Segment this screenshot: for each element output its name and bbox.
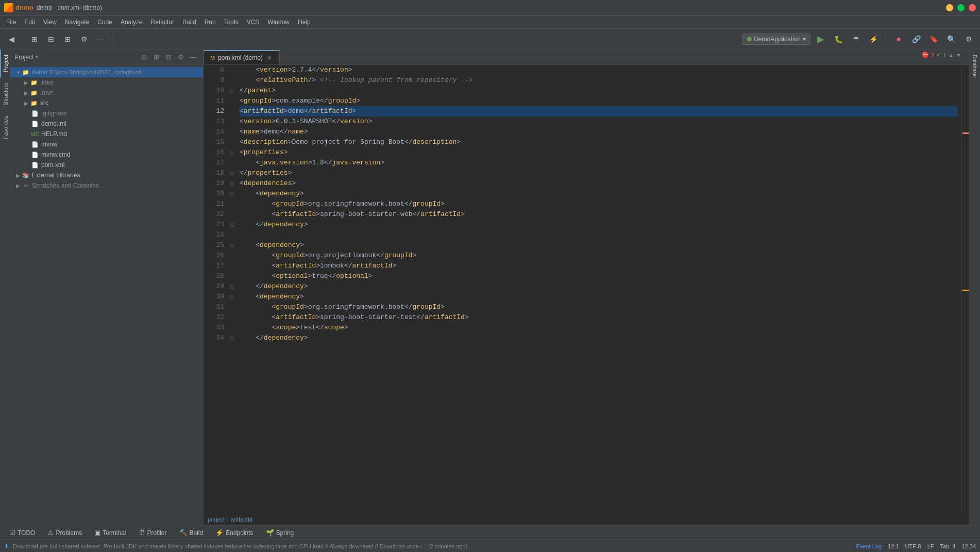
status-position[interactable]: 12:1 <box>888 543 899 549</box>
code-line-27[interactable]: <artifactId>lombok</artifactId> <box>240 261 957 271</box>
coverage-button[interactable]: ☂ <box>849 32 863 46</box>
fold-24[interactable] <box>228 230 235 240</box>
fold-28[interactable] <box>228 271 235 281</box>
menu-build[interactable]: Build <box>178 17 200 27</box>
code-line-25[interactable]: <dependency> <box>240 240 957 250</box>
run-config-selector[interactable]: ⬢ DemoApplication ▾ <box>742 34 810 45</box>
code-line-14[interactable]: <name>demo</name> <box>240 127 957 137</box>
fold-29[interactable]: ⊟ <box>228 281 235 292</box>
code-line-32[interactable]: <artifactId>spring-boot-starter-test</ar… <box>240 312 957 323</box>
breadcrumb-project[interactable]: project <box>208 516 225 523</box>
fold-23[interactable]: ⊟ <box>228 220 235 230</box>
tab-profiler[interactable]: ⏱ Profiler <box>133 528 172 538</box>
tree-item-mvn[interactable]: ▶ 📁 .mvn <box>10 88 203 98</box>
tree-item-src[interactable]: ▶ 📁 src <box>10 98 203 108</box>
fold-30[interactable]: ⊟ <box>228 292 235 302</box>
code-line-20[interactable]: <dependency> <box>240 189 957 199</box>
favorites-tab[interactable]: Favorites <box>0 111 10 144</box>
database-tab[interactable]: Database <box>971 52 978 80</box>
scroll-up-button[interactable]: ▲ <box>948 52 954 58</box>
code-line-31[interactable]: <groupId>org.springframework.boot</group… <box>240 302 957 312</box>
code-line-19[interactable]: <dependencies> <box>240 178 957 189</box>
collapse-all-button[interactable]: ⊟ <box>44 32 58 46</box>
structure-tab[interactable]: Structure <box>0 77 10 111</box>
code-line-28[interactable]: <optional>true</optional> <box>240 271 957 281</box>
project-view-button[interactable]: ⊞ <box>27 32 42 46</box>
fold-8[interactable] <box>228 65 235 75</box>
tree-item-demoliml[interactable]: 📄 demo.iml <box>10 119 203 129</box>
code-line-24[interactable] <box>240 230 957 240</box>
menu-code[interactable]: Code <box>93 17 116 27</box>
fold-33[interactable] <box>228 323 235 333</box>
fold-12[interactable] <box>228 106 235 116</box>
tree-item-gitignore[interactable]: 📄 .gitignore <box>10 108 203 119</box>
fold-21[interactable] <box>228 199 235 209</box>
code-line-8[interactable]: <version>2.7.4</version> <box>240 65 957 75</box>
code-line-10[interactable]: </parent> <box>240 86 957 96</box>
menu-analyze[interactable]: Analyze <box>116 17 147 27</box>
fold-9[interactable] <box>228 75 235 86</box>
stop-button[interactable]: ■ <box>891 32 906 46</box>
debug-button[interactable]: 🐛 <box>831 32 846 46</box>
breadcrumb-artifactid[interactable]: artifactId <box>231 516 252 523</box>
tab-endpoints[interactable]: ⚡ Endpoints <box>210 528 258 538</box>
tab-problems[interactable]: ⚠ Problems <box>42 528 87 538</box>
code-content[interactable]: <version>2.7.4</version> <relativePath/>… <box>235 65 961 514</box>
fold-16[interactable]: ⊟ <box>228 147 235 158</box>
menu-navigate[interactable]: Navigate <box>61 17 93 27</box>
code-line-13[interactable]: <version>0.0.1-SNAPSHOT</version> <box>240 116 957 127</box>
code-line-16[interactable]: <properties> <box>240 147 957 158</box>
tree-item-mvnw[interactable]: 📄 mvnw <box>10 139 203 149</box>
tree-item-helpmd[interactable]: MD HELP.md <box>10 129 203 139</box>
fold-17[interactable] <box>228 158 235 168</box>
fold-31[interactable] <box>228 302 235 312</box>
code-line-9[interactable]: <relativePath/> <!-- lookup parent from … <box>240 75 957 86</box>
close-project-panel-button[interactable]: — <box>188 52 199 63</box>
menu-help[interactable]: Help <box>294 17 315 27</box>
tab-close-pomxml[interactable]: ✕ <box>266 54 273 61</box>
search-everywhere-button[interactable]: 🔍 <box>944 32 958 46</box>
code-line-22[interactable]: <artifactId>spring-boot-starter-web</art… <box>240 209 957 220</box>
status-encoding[interactable]: UTF-8 <box>905 543 921 549</box>
tab-build[interactable]: 🔨 Build <box>174 528 209 538</box>
code-line-15[interactable]: <description>Demo project for Spring Boo… <box>240 137 957 147</box>
close-panel-button[interactable]: — <box>93 32 108 46</box>
fold-13[interactable] <box>228 116 235 127</box>
event-log-button[interactable]: Event Log <box>856 543 882 549</box>
run-button[interactable]: ▶ <box>814 32 828 46</box>
fold-25[interactable]: ⊟ <box>228 240 235 250</box>
expand-all-button[interactable]: ⊞ <box>60 32 75 46</box>
tree-item-mvnwcmd[interactable]: 📄 mvnw.cmd <box>10 149 203 160</box>
code-line-26[interactable]: <groupId>org.projectlombok</groupId> <box>240 250 957 261</box>
maximize-button[interactable] <box>957 4 965 11</box>
status-indent[interactable]: Tab: 4 <box>940 543 956 549</box>
menu-refactor[interactable]: Refactor <box>147 17 178 27</box>
tree-item-pomxml[interactable]: 📄 pom.xml <box>10 160 203 170</box>
code-line-11[interactable]: <groupId>com.example</groupId> <box>240 96 957 106</box>
status-lf[interactable]: LF <box>927 543 934 549</box>
menu-edit[interactable]: Edit <box>20 17 39 27</box>
fold-22[interactable] <box>228 209 235 220</box>
fold-11[interactable] <box>228 96 235 106</box>
fold-26[interactable] <box>228 250 235 261</box>
expand-tree-button[interactable]: ⊞ <box>150 52 162 63</box>
locate-file-button[interactable]: ◎ <box>138 52 149 63</box>
fold-15[interactable] <box>228 137 235 147</box>
fold-19[interactable]: ⊟ <box>228 178 235 189</box>
fold-32[interactable] <box>228 312 235 323</box>
code-line-17[interactable]: <java.version>1.8</java.version> <box>240 158 957 168</box>
code-line-18[interactable]: </properties> <box>240 168 957 178</box>
fold-18[interactable]: ⊟ <box>228 168 235 178</box>
tab-todo[interactable]: ☑ TODO <box>4 528 40 538</box>
editor-tab-pomxml[interactable]: M pom.xml (demo) ✕ <box>204 50 280 64</box>
fold-10[interactable]: ⊟ <box>228 86 235 96</box>
back-button[interactable]: ◀ <box>4 32 19 46</box>
code-line-34[interactable]: </dependency> <box>240 333 957 343</box>
code-line-29[interactable]: </dependency> <box>240 281 957 292</box>
menu-view[interactable]: View <box>39 17 61 27</box>
code-line-30[interactable]: <dependency> <box>240 292 957 302</box>
minimize-button[interactable] <box>946 4 953 11</box>
code-line-12[interactable]: <artifactId>demo</artifactId> <box>240 106 957 116</box>
profile-button[interactable]: ⚡ <box>866 32 881 46</box>
settings-main-button[interactable]: ⚙ <box>961 32 976 46</box>
